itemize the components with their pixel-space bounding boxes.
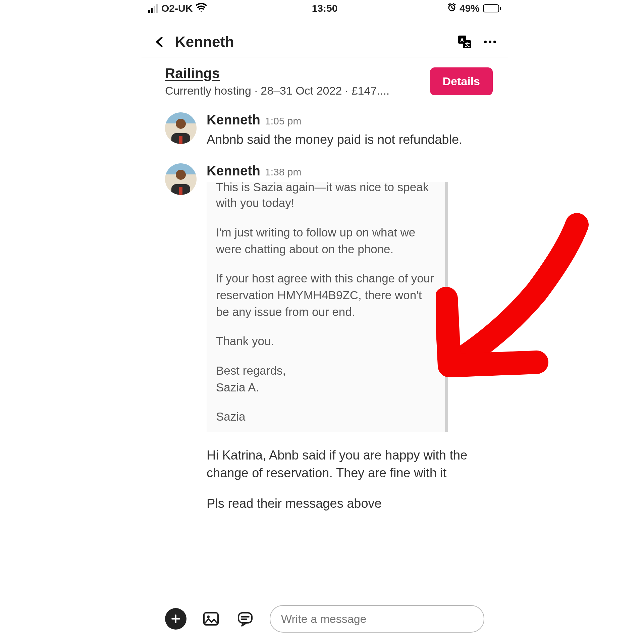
nav-header: Kenneth A 文 — [142, 27, 508, 57]
svg-text:文: 文 — [465, 42, 470, 47]
battery-icon — [483, 4, 501, 12]
translate-button[interactable]: A 文 — [457, 34, 472, 50]
message-list[interactable]: Kenneth 1:05 pm Anbnb said the money pai… — [142, 107, 508, 516]
svg-text:A: A — [460, 37, 464, 43]
saved-replies-button[interactable] — [235, 609, 255, 629]
quote-line: Sazia — [216, 408, 436, 425]
message-input[interactable]: Write a message — [270, 605, 484, 633]
photo-button[interactable] — [201, 609, 221, 629]
message-item: Kenneth 1:38 pm This is Sazia again—it w… — [165, 163, 501, 515]
svg-rect-7 — [238, 613, 252, 623]
status-bar: O2-UK 13:50 — [142, 0, 508, 17]
details-button[interactable]: Details — [430, 67, 493, 95]
alarm-icon — [447, 3, 456, 14]
reservation-subtitle: Currently hosting · 28–31 Oct 2022 · £14… — [165, 84, 423, 97]
avatar[interactable] — [165, 163, 197, 195]
message-text: Pls read their messages above — [207, 495, 471, 513]
conversation-title: Kenneth — [175, 34, 234, 50]
sender-name: Kenneth — [207, 112, 260, 127]
svg-rect-5 — [204, 613, 218, 625]
battery-percent: 49% — [460, 3, 480, 14]
message-input-placeholder: Write a message — [281, 612, 366, 626]
reservation-banner: Railings Currently hosting · 28–31 Oct 2… — [142, 57, 508, 107]
signal-icon — [148, 4, 158, 13]
message-text: Hi Katrina, Abnb said if you are happy w… — [207, 446, 471, 482]
quote-line: This is Sazia again—it was nice to speak — [216, 182, 429, 195]
carrier-label: O2-UK — [161, 3, 193, 14]
quote-line: Thank you. — [216, 333, 436, 350]
add-attachment-button[interactable] — [165, 608, 186, 630]
wifi-icon — [196, 3, 207, 14]
quoted-email: This is Sazia again—it was nice to speak… — [207, 182, 448, 432]
composer: Write a message — [142, 598, 508, 644]
message-text: Anbnb said the money paid is not refunda… — [207, 131, 491, 149]
more-options-button[interactable] — [482, 34, 498, 50]
quote-line: Sazia A. — [216, 379, 436, 396]
message-time: 1:05 pm — [265, 115, 301, 127]
quote-line: Best regards, — [216, 362, 436, 379]
svg-point-6 — [207, 615, 210, 618]
phone-frame: O2-UK 13:50 — [142, 0, 508, 644]
quote-line: I'm just writing to follow up on what we… — [216, 224, 436, 257]
back-button[interactable] — [155, 37, 165, 47]
quote-line: If your host agree with this change of y… — [216, 270, 436, 320]
avatar[interactable] — [165, 112, 197, 144]
quote-line: with you today! — [216, 195, 436, 211]
message-item: Kenneth 1:05 pm Anbnb said the money pai… — [165, 112, 501, 151]
message-time: 1:38 pm — [265, 166, 301, 178]
sender-name: Kenneth — [207, 163, 260, 178]
reservation-title[interactable]: Railings — [165, 65, 423, 82]
